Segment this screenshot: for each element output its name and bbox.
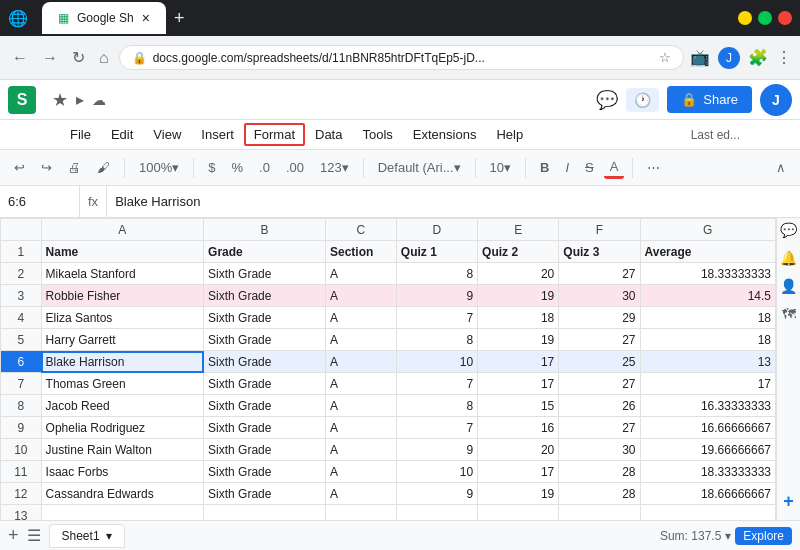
data-cell[interactable]: A bbox=[325, 417, 396, 439]
data-cell[interactable]: 8 bbox=[396, 395, 477, 417]
add-sheet-button[interactable]: + bbox=[8, 525, 19, 546]
data-cell[interactable]: 10 bbox=[396, 351, 477, 373]
menu-help[interactable]: Help bbox=[486, 123, 533, 146]
data-cell[interactable]: Ophelia Rodriguez bbox=[41, 417, 203, 439]
data-cell[interactable]: Harry Garrett bbox=[41, 329, 203, 351]
data-cell[interactable]: 14.5 bbox=[640, 285, 775, 307]
data-cell[interactable] bbox=[204, 505, 326, 521]
data-cell[interactable]: 8 bbox=[396, 329, 477, 351]
data-cell[interactable]: 25 bbox=[559, 351, 640, 373]
percent-button[interactable]: % bbox=[225, 158, 249, 177]
data-cell[interactable]: Sixth Grade bbox=[204, 285, 326, 307]
data-cell[interactable]: Thomas Green bbox=[41, 373, 203, 395]
data-cell[interactable]: 15 bbox=[478, 395, 559, 417]
menu-format[interactable]: Format bbox=[244, 123, 305, 146]
menu-view[interactable]: View bbox=[143, 123, 191, 146]
text-color-button[interactable]: A bbox=[604, 157, 625, 179]
data-cell[interactable]: 28 bbox=[559, 461, 640, 483]
more-formats-button[interactable]: 123 ▾ bbox=[314, 158, 355, 177]
col-header-c[interactable]: C bbox=[325, 219, 396, 241]
header-cell[interactable]: Quiz 3 bbox=[559, 241, 640, 263]
bookmark-icon[interactable]: ☆ bbox=[659, 50, 671, 65]
data-cell[interactable]: 13 bbox=[640, 351, 775, 373]
italic-button[interactable]: I bbox=[559, 158, 575, 177]
decimal-right-button[interactable]: .00 bbox=[280, 158, 310, 177]
active-tab[interactable]: ▦ Google Sh × bbox=[42, 2, 166, 34]
header-cell[interactable]: Section bbox=[325, 241, 396, 263]
data-cell[interactable]: Justine Rain Walton bbox=[41, 439, 203, 461]
data-cell[interactable]: 30 bbox=[559, 439, 640, 461]
avatar[interactable]: J bbox=[760, 84, 792, 116]
data-cell[interactable]: 27 bbox=[559, 263, 640, 285]
data-cell[interactable]: A bbox=[325, 373, 396, 395]
sidebar-notification-icon[interactable]: 🔔 bbox=[780, 250, 797, 266]
col-header-b[interactable]: B bbox=[204, 219, 326, 241]
sheet-list-button[interactable]: ☰ bbox=[27, 526, 41, 545]
data-cell[interactable]: 27 bbox=[559, 417, 640, 439]
row-header-4[interactable]: 4 bbox=[1, 307, 42, 329]
header-cell[interactable]: Grade bbox=[204, 241, 326, 263]
data-cell[interactable]: A bbox=[325, 351, 396, 373]
row-header-2[interactable]: 2 bbox=[1, 263, 42, 285]
data-cell[interactable]: 29 bbox=[559, 307, 640, 329]
data-cell[interactable]: Blake Harrison bbox=[41, 351, 203, 373]
row-header-5[interactable]: 5 bbox=[1, 329, 42, 351]
data-cell[interactable]: 9 bbox=[396, 285, 477, 307]
data-cell[interactable]: 7 bbox=[396, 417, 477, 439]
menu-edit[interactable]: Edit bbox=[101, 123, 143, 146]
menu-data[interactable]: Data bbox=[305, 123, 352, 146]
data-cell[interactable]: 7 bbox=[396, 373, 477, 395]
row-header-12[interactable]: 12 bbox=[1, 483, 42, 505]
data-cell[interactable]: A bbox=[325, 307, 396, 329]
account-icon[interactable]: J bbox=[718, 47, 740, 69]
data-cell[interactable]: Sixth Grade bbox=[204, 307, 326, 329]
url-box[interactable]: 🔒 docs.google.com/spreadsheets/d/11nBNR8… bbox=[119, 45, 684, 70]
sidebar-add-icon[interactable]: + bbox=[783, 491, 794, 512]
sidebar-user-icon[interactable]: 👤 bbox=[780, 278, 797, 294]
data-cell[interactable]: A bbox=[325, 285, 396, 307]
data-cell[interactable]: 18.66666667 bbox=[640, 483, 775, 505]
data-cell[interactable] bbox=[325, 505, 396, 521]
close-button[interactable] bbox=[778, 11, 792, 25]
star-icon[interactable]: ★ bbox=[52, 89, 68, 111]
col-header-g[interactable]: G bbox=[640, 219, 775, 241]
data-cell[interactable]: A bbox=[325, 263, 396, 285]
data-cell[interactable]: Sixth Grade bbox=[204, 439, 326, 461]
data-cell[interactable]: Sixth Grade bbox=[204, 351, 326, 373]
data-cell[interactable]: 20 bbox=[478, 263, 559, 285]
data-cell[interactable]: 20 bbox=[478, 439, 559, 461]
new-tab-button[interactable]: + bbox=[174, 8, 185, 29]
data-cell[interactable]: 30 bbox=[559, 285, 640, 307]
data-cell[interactable]: Eliza Santos bbox=[41, 307, 203, 329]
data-cell[interactable]: A bbox=[325, 439, 396, 461]
print-button[interactable]: 🖨 bbox=[62, 158, 87, 177]
menu-tools[interactable]: Tools bbox=[352, 123, 402, 146]
row-header-13[interactable]: 13 bbox=[1, 505, 42, 521]
data-cell[interactable]: 9 bbox=[396, 439, 477, 461]
formula-input[interactable]: Blake Harrison bbox=[107, 194, 800, 209]
row-header-8[interactable]: 8 bbox=[1, 395, 42, 417]
data-cell[interactable]: 19.66666667 bbox=[640, 439, 775, 461]
data-cell[interactable]: 17 bbox=[640, 373, 775, 395]
maximize-button[interactable] bbox=[758, 11, 772, 25]
data-cell[interactable]: Mikaela Stanford bbox=[41, 263, 203, 285]
move-icon[interactable]: ▸ bbox=[76, 90, 84, 109]
collapse-toolbar-button[interactable]: ∧ bbox=[770, 158, 792, 177]
data-cell[interactable]: 16.33333333 bbox=[640, 395, 775, 417]
bold-button[interactable]: B bbox=[534, 158, 555, 177]
strikethrough-button[interactable]: S bbox=[579, 158, 600, 177]
data-cell[interactable]: Sixth Grade bbox=[204, 329, 326, 351]
sidebar-chat-icon[interactable]: 💬 bbox=[780, 222, 797, 238]
data-cell[interactable]: A bbox=[325, 461, 396, 483]
sheet1-tab[interactable]: Sheet1 ▾ bbox=[49, 524, 125, 548]
data-cell[interactable]: 19 bbox=[478, 483, 559, 505]
data-cell[interactable]: 19 bbox=[478, 285, 559, 307]
col-header-a[interactable]: A bbox=[41, 219, 203, 241]
minimize-button[interactable] bbox=[738, 11, 752, 25]
data-cell[interactable]: 7 bbox=[396, 307, 477, 329]
comment-icon[interactable]: 💬 bbox=[596, 89, 618, 111]
data-cell[interactable]: 28 bbox=[559, 483, 640, 505]
data-cell[interactable]: A bbox=[325, 329, 396, 351]
header-cell[interactable]: Name bbox=[41, 241, 203, 263]
font-family-select[interactable]: Default (Ari... ▾ bbox=[372, 158, 467, 177]
